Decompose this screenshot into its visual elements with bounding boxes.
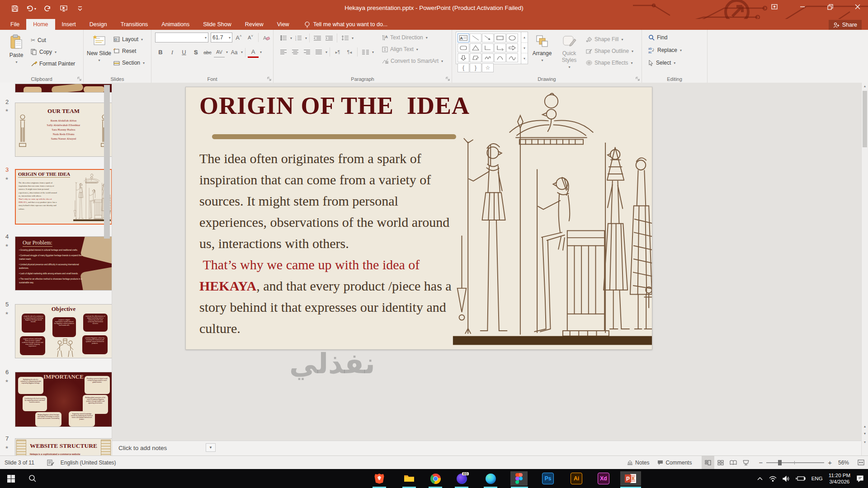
zoom-in-button[interactable]: +: [828, 459, 832, 466]
select-button[interactable]: Select▾: [646, 58, 684, 68]
start-slideshow-icon[interactable]: [59, 4, 69, 14]
tell-me-box[interactable]: Tell me what you want to do...: [304, 19, 388, 30]
save-icon[interactable]: [10, 4, 20, 14]
shape-rounded-rectangle[interactable]: [458, 43, 469, 52]
grow-font-button[interactable]: A˄: [233, 33, 244, 42]
columns-button[interactable]: [360, 47, 371, 57]
ribbon-display-options-icon[interactable]: [764, 0, 785, 14]
zoom-out-button[interactable]: −: [759, 459, 763, 466]
current-slide[interactable]: ORIGIN OF THE IDEA The idea often origin…: [185, 87, 652, 350]
tray-chevron-icon[interactable]: [757, 477, 763, 481]
gallery-up-icon[interactable]: ▲: [521, 32, 528, 42]
shape-outline-button[interactable]: Shape Outline▾: [584, 46, 635, 56]
notification-center-icon[interactable]: [856, 475, 864, 482]
character-spacing-button[interactable]: AV: [214, 47, 225, 57]
new-slide-button[interactable]: New Slide▾: [86, 32, 112, 71]
quick-styles-button[interactable]: Quick Styles▾: [556, 32, 582, 71]
slideshow-view-button[interactable]: [740, 456, 752, 469]
shape-fill-button[interactable]: Shape Fill▾: [584, 34, 635, 44]
next-slide-button[interactable]: ▼: [862, 432, 868, 435]
minimize-icon[interactable]: [792, 0, 813, 14]
redo-icon[interactable]: [42, 4, 52, 14]
tab-home[interactable]: Home: [26, 19, 55, 30]
scroll-down-button[interactable]: ▼: [206, 443, 216, 452]
increase-indent-button[interactable]: [324, 33, 335, 43]
gallery-down-icon[interactable]: ▼: [521, 42, 528, 53]
thumbnail-slide-4[interactable]: Our Problem: • Growing global interest i…: [15, 236, 112, 291]
taskbar-chrome-icon[interactable]: [427, 471, 444, 486]
scroll-up-icon[interactable]: ▲: [862, 84, 868, 88]
vertical-scrollbar[interactable]: ▲ ▲ ▼ ▼: [861, 83, 868, 455]
numbering-button[interactable]: 123: [293, 33, 304, 43]
shape-down-arrow[interactable]: [458, 53, 469, 62]
shape-elbow-arrow[interactable]: [494, 43, 506, 52]
thumbnail-slide-1[interactable]: [15, 84, 112, 93]
notes-pane[interactable]: Click to add notes ▼: [112, 441, 861, 455]
arrange-button[interactable]: Arrange▾: [528, 32, 556, 71]
convert-smartart-button[interactable]: Convert to SmartArt▾: [380, 56, 445, 66]
close-icon[interactable]: [847, 0, 868, 14]
italic-button[interactable]: I: [167, 47, 178, 57]
tab-design[interactable]: Design: [83, 19, 114, 30]
shrink-font-button[interactable]: A˅: [245, 33, 256, 42]
section-button[interactable]: Section▾: [112, 58, 146, 68]
shape-rectangle[interactable]: [494, 33, 506, 42]
cut-button[interactable]: ✂ Cut: [29, 35, 77, 45]
restore-icon[interactable]: [820, 0, 840, 14]
shape-textbox[interactable]: A: [458, 33, 469, 42]
fit-to-window-button[interactable]: [854, 456, 867, 469]
shape-right-arrow[interactable]: [506, 43, 518, 52]
taskbar-edge-icon[interactable]: [482, 471, 499, 486]
tab-slideshow[interactable]: Slide Show: [196, 19, 238, 30]
notes-placeholder[interactable]: Click to add notes: [118, 445, 167, 451]
zoom-slider-thumb[interactable]: [778, 460, 782, 465]
text-shadow-button[interactable]: S: [190, 47, 201, 57]
shape-right-brace[interactable]: }: [470, 63, 481, 72]
taskbar-search-icon[interactable]: [22, 469, 43, 488]
paragraph-dialog-launcher-icon[interactable]: [446, 77, 450, 81]
paste-button[interactable]: Paste▾: [4, 32, 29, 71]
strikethrough-button[interactable]: abc: [202, 47, 213, 57]
battery-icon[interactable]: [796, 476, 806, 481]
keyboard-language[interactable]: ENG: [811, 476, 823, 481]
language-indicator[interactable]: English (United States): [61, 460, 116, 466]
taskbar-figma-icon[interactable]: [510, 471, 528, 486]
zoom-level[interactable]: 56%: [838, 460, 849, 466]
text-direction-button[interactable]: A Text Direction▾: [380, 33, 445, 42]
shapes-gallery[interactable]: A { } ☆: [456, 32, 528, 64]
shape-freeform[interactable]: [470, 53, 481, 62]
rtl-direction-button[interactable]: ¶◂: [344, 47, 355, 57]
slide-title[interactable]: ORIGIN OF THE IDEA: [199, 92, 470, 120]
shape-arrow[interactable]: [482, 33, 494, 42]
share-button[interactable]: Share: [829, 20, 862, 30]
scrollbar-thumb[interactable]: [863, 91, 867, 147]
gallery-scrollbar[interactable]: ▲ ▼ ▼̱: [521, 32, 528, 64]
align-text-button[interactable]: Align Text▾: [380, 44, 445, 54]
find-button[interactable]: Find: [646, 33, 684, 42]
tab-transitions[interactable]: Transitions: [114, 19, 155, 30]
thumbnail-scrollbar[interactable]: [104, 85, 110, 239]
gallery-more-icon[interactable]: ▼̱: [521, 53, 528, 64]
underline-button[interactable]: U: [179, 47, 189, 57]
wifi-icon[interactable]: [769, 476, 777, 482]
slide-sorter-view-button[interactable]: [714, 456, 727, 469]
taskbar-xd-icon[interactable]: Xd: [595, 471, 612, 486]
shape-curve[interactable]: [506, 53, 518, 62]
replace-button[interactable]: abac Replace▾: [646, 45, 684, 55]
align-left-button[interactable]: [278, 47, 289, 57]
undo-icon[interactable]: ▾: [26, 4, 36, 14]
scroll-down-icon[interactable]: ▼: [862, 441, 868, 444]
font-size-combo[interactable]: 61.7▾: [211, 33, 232, 42]
shape-line[interactable]: [470, 33, 481, 42]
shape-triangle[interactable]: [470, 43, 481, 52]
previous-slide-button[interactable]: ▲: [862, 425, 868, 428]
reset-button[interactable]: Reset: [112, 46, 146, 56]
copy-button[interactable]: Copy▾: [29, 47, 77, 57]
align-center-button[interactable]: [290, 47, 301, 57]
shape-left-brace[interactable]: {: [458, 63, 469, 72]
font-dialog-launcher-icon[interactable]: [267, 77, 272, 81]
customize-qat-icon[interactable]: [75, 4, 85, 14]
bullets-button[interactable]: [278, 33, 289, 43]
clipboard-dialog-launcher-icon[interactable]: [77, 77, 82, 81]
taskbar-clock[interactable]: 11:20 PM 3/4/2026: [829, 472, 850, 485]
